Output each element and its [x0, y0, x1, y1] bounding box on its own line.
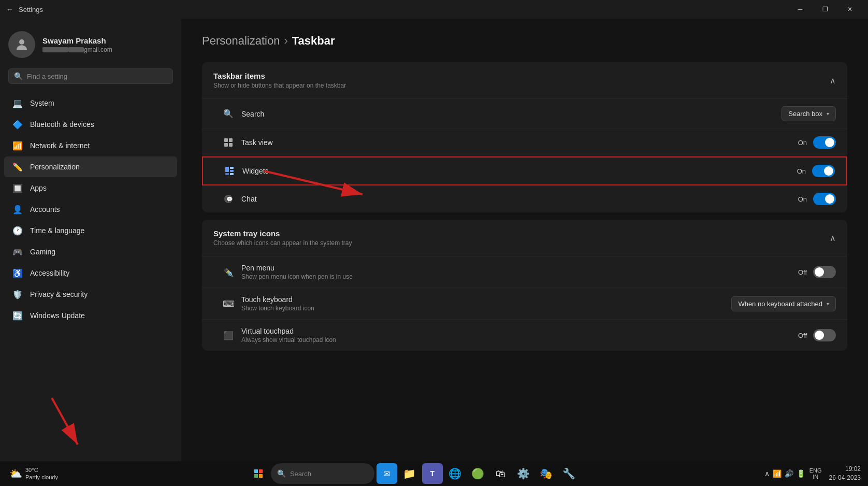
app10-icon: 🔧: [562, 467, 575, 480]
minimize-button[interactable]: ─: [788, 2, 812, 17]
taskbar-search[interactable]: 🔍 Search: [271, 463, 374, 484]
sidebar-item-bluetooth-label: Bluetooth & devices: [30, 120, 94, 128]
breadcrumb-current: Taskbar: [292, 34, 335, 48]
weather-widget[interactable]: ⛅ 30°C Partly cloudy: [4, 464, 63, 483]
edge-icon: 🌐: [449, 467, 461, 480]
close-button[interactable]: ✕: [838, 2, 862, 17]
taskbar-edge[interactable]: 🌐: [445, 463, 466, 484]
chat-toggle[interactable]: [813, 193, 836, 205]
search-dropdown[interactable]: Search box ▾: [782, 106, 836, 121]
store-icon: 🛍: [496, 468, 506, 480]
search-icon: 🔍: [14, 72, 23, 80]
system-tray-subtitle: Choose which icons can appear in the sys…: [213, 239, 352, 247]
touch-keyboard-icon: ⌨: [223, 298, 234, 309]
sidebar-item-network[interactable]: 📶 Network & internet: [4, 135, 177, 156]
search-setting-icon: 🔍: [223, 108, 234, 120]
virtual-touchpad-setting-row: ⬛ Virtual touchpad Always show virtual t…: [202, 320, 847, 351]
user-profile[interactable]: Swayam Prakash gmail.com: [0, 25, 181, 68]
sidebar-item-gaming[interactable]: 🎮 Gaming: [4, 241, 177, 262]
search-dropdown-chevron: ▾: [827, 111, 829, 117]
touch-keyboard-dropdown-value: When no keyboard attached: [738, 300, 822, 308]
teams-icon: T: [430, 469, 435, 478]
settings-search-input[interactable]: [27, 73, 167, 80]
svg-point-0: [19, 39, 24, 45]
taskbar-app10[interactable]: 🔧: [559, 463, 580, 484]
sidebar-item-apps[interactable]: 🔲 Apps: [4, 178, 177, 198]
taskbar-chrome[interactable]: 🟢: [468, 463, 488, 484]
maximize-button[interactable]: ❐: [813, 2, 837, 17]
sidebar-item-network-label: Network & internet: [30, 141, 90, 150]
clock[interactable]: 19:02 26-04-2023: [826, 465, 864, 482]
app9-icon: 🎭: [540, 467, 553, 480]
taskbar-mail[interactable]: ✉: [377, 463, 397, 484]
taskbar-items-title: Taskbar items: [213, 72, 346, 80]
system-tray-collapse-icon[interactable]: ∧: [830, 233, 836, 243]
sidebar-item-time-label: Time & language: [30, 226, 84, 235]
taskbar-settings-app[interactable]: ⚙️: [513, 463, 534, 484]
back-icon[interactable]: ←: [6, 5, 13, 13]
sidebar-item-privacy[interactable]: 🛡️ Privacy & security: [4, 284, 177, 305]
virtual-touchpad-icon: ⬛: [223, 330, 234, 341]
virtual-touchpad-toggle[interactable]: [813, 329, 836, 341]
breadcrumb-parent[interactable]: Personalization: [202, 34, 280, 48]
tray-battery[interactable]: 🔋: [797, 469, 805, 478]
sidebar-item-personalization[interactable]: ✏️ Personalization: [4, 156, 177, 177]
pen-menu-toggle[interactable]: [813, 266, 836, 278]
widgets-icon: [224, 165, 235, 177]
system-tray-section: System tray icons Choose which icons can…: [202, 220, 847, 351]
touch-keyboard-dropdown-chevron: ▾: [827, 301, 829, 307]
sidebar-item-system[interactable]: 💻 System: [4, 93, 177, 113]
svg-rect-6: [230, 167, 234, 169]
taskview-icon: [223, 137, 234, 148]
weather-desc: Partly cloudy: [25, 474, 58, 481]
taskbar-files[interactable]: 📁: [399, 463, 420, 484]
taskbar-app9[interactable]: 🎭: [536, 463, 557, 484]
user-name: Swayam Prakash: [42, 36, 112, 45]
language-indicator[interactable]: ENGIN: [809, 467, 822, 480]
chrome-icon: 🟢: [471, 467, 484, 480]
taskbar: ⛅ 30°C Partly cloudy 🔍 Search ✉ 📁: [0, 461, 868, 486]
sidebar-item-gaming-label: Gaming: [30, 248, 55, 256]
taskbar-items-subtitle: Show or hide buttons that appear on the …: [213, 82, 346, 89]
content-area: Personalization › Taskbar Taskbar items …: [181, 19, 868, 461]
settings-search-box[interactable]: 🔍: [8, 68, 173, 84]
time-icon: 🕐: [12, 225, 23, 236]
tray-volume[interactable]: 🔊: [785, 469, 793, 478]
taskview-toggle[interactable]: [813, 136, 836, 149]
touch-keyboard-setting-name: Touch keyboard: [241, 295, 314, 304]
taskbar-store[interactable]: 🛍: [490, 463, 511, 484]
widgets-toggle[interactable]: [812, 165, 835, 177]
taskbar-items-collapse-icon[interactable]: ∧: [830, 76, 836, 85]
pen-menu-icon: ✒️: [223, 266, 234, 278]
sidebar-item-privacy-label: Privacy & security: [30, 290, 88, 298]
title-bar-title: Settings: [19, 6, 43, 13]
svg-rect-3: [224, 143, 228, 147]
privacy-icon: 🛡️: [12, 289, 23, 299]
svg-rect-7: [230, 170, 234, 172]
start-button[interactable]: [248, 463, 269, 484]
breadcrumb: Personalization › Taskbar: [202, 34, 847, 48]
chat-setting-row: 💬 Chat On: [202, 185, 847, 212]
user-email: gmail.com: [42, 46, 112, 53]
network-icon: 📶: [12, 140, 23, 151]
pen-menu-setting-name: Pen menu: [241, 264, 353, 272]
sidebar-item-accessibility[interactable]: ♿ Accessibility: [4, 263, 177, 283]
taskbar-items-header: Taskbar items Show or hide buttons that …: [202, 62, 847, 99]
tray-network[interactable]: 📶: [773, 469, 782, 478]
search-setting-row: 🔍 Search Search box ▾: [202, 99, 847, 129]
touch-keyboard-dropdown[interactable]: When no keyboard attached ▾: [731, 296, 836, 311]
svg-rect-9: [230, 173, 234, 175]
sidebar-item-bluetooth[interactable]: 🔷 Bluetooth & devices: [4, 114, 177, 135]
sidebar-item-time[interactable]: 🕐 Time & language: [4, 220, 177, 241]
svg-rect-12: [254, 469, 258, 473]
sidebar-item-update-label: Windows Update: [30, 311, 85, 320]
tray-overflow[interactable]: ∧: [764, 469, 770, 478]
pen-menu-setting-desc: Show pen menu icon when pen is in use: [241, 273, 353, 280]
svg-text:💬: 💬: [226, 196, 233, 203]
taskview-setting-name: Task view: [241, 138, 273, 147]
sidebar-item-accounts[interactable]: 👤 Accounts: [4, 199, 177, 220]
svg-rect-14: [254, 474, 258, 478]
sidebar-item-update[interactable]: 🔄 Windows Update: [4, 305, 177, 326]
clock-date: 26-04-2023: [829, 474, 861, 482]
taskbar-teams[interactable]: T: [422, 463, 443, 484]
